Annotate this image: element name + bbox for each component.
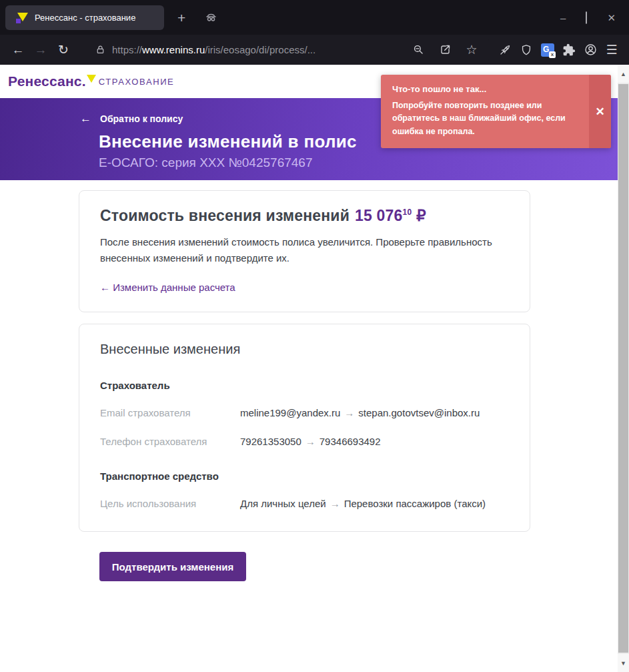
browser-tab[interactable]: Ренессанс - страхование: [5, 5, 164, 30]
lock-icon[interactable]: [93, 39, 107, 61]
scrollbar-thumb[interactable]: [618, 84, 628, 653]
bookmark-star-icon[interactable]: ☆: [461, 39, 482, 61]
row-value: 79261353050→79346693492: [240, 435, 381, 448]
browser-toolbar: ← → ↻ https://www.renins.ru/iris/eosago/…: [0, 35, 629, 65]
share-icon[interactable]: [434, 39, 456, 61]
url-path: /iris/eosago/di/process/...: [205, 44, 316, 55]
edit-calculation-link[interactable]: ← Изменить данные расчета: [100, 282, 235, 293]
change-row-phone: Телефон страхователя 79261353050→7934669…: [100, 435, 509, 448]
row-value: meline199@yandex.ru→stepan.gotovtsev@inb…: [240, 406, 480, 420]
forward-button[interactable]: →: [29, 43, 52, 57]
back-arrow-icon: ←: [80, 112, 91, 125]
maximize-button[interactable]: [586, 13, 587, 23]
currency-symbol: ₽: [416, 207, 426, 224]
price-value: 15 07610: [355, 207, 412, 224]
url-scheme: https://: [112, 44, 142, 55]
cost-title: Стоимость внесения изменений: [100, 207, 350, 224]
row-label: Email страхователя: [100, 406, 240, 420]
translate-icon[interactable]: G x: [537, 39, 558, 61]
close-icon: ✕: [595, 105, 604, 119]
back-to-policy-link[interactable]: ← Обратно к полису: [80, 112, 183, 125]
toast-message: Попробуйте повторить позднее или обратит…: [392, 99, 585, 138]
scroll-down-button[interactable]: ▼: [618, 654, 629, 672]
cost-description: После внесения изменений стоимость полис…: [100, 234, 509, 266]
logo-triangle-icon: [87, 75, 96, 83]
row-value: Для личных целей→Перевозки пассажиров (т…: [240, 497, 486, 511]
browser-tab-bar: Ренессанс - страхование + – ✕: [0, 0, 629, 35]
shield-icon[interactable]: [516, 39, 537, 61]
reload-button[interactable]: ↻: [52, 42, 75, 57]
extensions-puzzle-icon[interactable]: [558, 39, 580, 61]
site-favicon-icon: [16, 12, 28, 23]
url-host: www.renins.ru: [142, 44, 205, 55]
toast-close-button[interactable]: ✕: [589, 75, 611, 148]
change-row-usage: Цель использования Для личных целей→Пере…: [100, 497, 509, 511]
minimize-button[interactable]: –: [560, 13, 566, 23]
logo-caption: СТРАХОВАНИЕ: [99, 77, 175, 87]
back-button[interactable]: ←: [7, 43, 29, 57]
tab-overview-icon[interactable]: [200, 7, 221, 28]
page-scrollbar[interactable]: ▲ ▼: [618, 65, 629, 672]
cost-title-row: Стоимость внесения изменений15 07610 ₽: [100, 207, 509, 225]
toast-title: Что-то пошло не так...: [392, 84, 585, 94]
change-arrow-icon: →: [344, 407, 354, 418]
new-tab-button[interactable]: +: [177, 11, 185, 25]
page-content: Ренессанс. СТРАХОВАНИЕ ← Обратно к полис…: [0, 65, 629, 672]
url-text: https://www.renins.ru/iris/eosago/di/pro…: [112, 44, 316, 55]
scroll-up-button[interactable]: ▲: [618, 65, 629, 83]
policy-number: Е-ОСАГО: серия XXX №0425767467: [99, 155, 629, 170]
confirm-changes-button[interactable]: Подтвердить изменения: [99, 552, 246, 581]
url-bar[interactable]: https://www.renins.ru/iris/eosago/di/pro…: [87, 39, 489, 61]
changes-title: Внесенные изменения: [100, 342, 509, 357]
row-label: Телефон страхователя: [100, 435, 240, 448]
change-row-email: Email страхователя meline199@yandex.ru→s…: [100, 406, 509, 420]
logo-name: Ренессанс.: [8, 73, 86, 89]
change-arrow-icon: →: [305, 436, 316, 447]
section-heading-insurer: Страхователь: [100, 380, 509, 391]
site-logo[interactable]: Ренессанс. СТРАХОВАНИЕ: [8, 73, 174, 89]
change-arrow-icon: →: [330, 498, 340, 509]
menu-icon[interactable]: ☰: [601, 39, 622, 61]
account-icon[interactable]: [580, 39, 601, 61]
section-heading-vehicle: Транспортное средство: [100, 470, 509, 482]
tab-title: Ренессанс - страхование: [35, 13, 135, 23]
error-toast: Что-то пошло не так... Попробуйте повтор…: [381, 75, 611, 148]
close-window-button[interactable]: ✕: [607, 13, 616, 23]
window-controls: – ✕: [560, 13, 629, 23]
zoom-out-icon[interactable]: [408, 39, 429, 61]
changes-card: Внесенные изменения Страхователь Email с…: [79, 324, 530, 532]
browser-window: Ренессанс - страхование + – ✕ ← → ↻: [0, 0, 629, 672]
row-label: Цель использования: [100, 497, 240, 511]
rocket-icon[interactable]: [494, 39, 516, 61]
toast-body: Что-то пошло не так... Попробуйте повтор…: [381, 75, 589, 148]
main-content: Стоимость внесения изменений15 07610 ₽ П…: [0, 180, 629, 581]
cost-card: Стоимость внесения изменений15 07610 ₽ П…: [79, 190, 530, 312]
